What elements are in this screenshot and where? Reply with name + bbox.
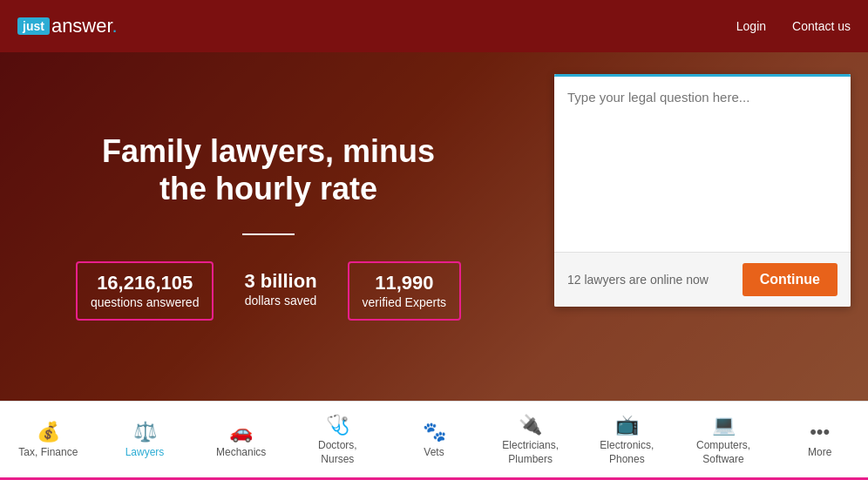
header: just answer. Login Contact us (0, 0, 868, 52)
hero-title: Family lawyers, minus the hourly rate (35, 132, 502, 207)
nav-icon-mechanics: 🚗 (229, 423, 253, 442)
nav-label-lawyers: Lawyers (125, 446, 165, 460)
stat-dollars: 3 billion dollars saved (231, 261, 329, 321)
hero-left: Family lawyers, minus the hourly rate 16… (0, 52, 537, 401)
header-links: Login Contact us (736, 19, 851, 33)
stat-questions: 16,216,105 questions answered (76, 261, 214, 321)
question-box: 12 lawyers are online now Continue (554, 74, 851, 307)
bottom-nav: 💰Tax, Finance⚖️Lawyers🚗Mechanics🩺Doctors… (0, 401, 868, 480)
nav-item-tax-finance[interactable]: 💰Tax, Finance (0, 402, 97, 480)
nav-icon-computers-software: 💻 (712, 416, 736, 435)
hero-section: Family lawyers, minus the hourly rate 16… (0, 52, 868, 401)
stats-container: 16,216,105 questions answered 3 billion … (35, 261, 502, 321)
nav-item-doctors-nurses[interactable]: 🩺Doctors,Nurses (289, 402, 386, 480)
hero-content: Family lawyers, minus the hourly rate 16… (0, 52, 868, 401)
question-footer: 12 lawyers are online now Continue (554, 252, 851, 307)
nav-label-mechanics: Mechanics (216, 446, 266, 460)
nav-label-electricians-plumbers: Electricians,Plumbers (502, 439, 559, 466)
continue-button[interactable]: Continue (743, 263, 837, 296)
nav-icon-electronics-phones: 📺 (615, 416, 639, 435)
nav-icon-doctors-nurses: 🩺 (326, 416, 349, 435)
nav-icon-more: ••• (810, 423, 830, 442)
nav-item-electronics-phones[interactable]: 📺Electronics,Phones (579, 402, 675, 480)
nav-icon-lawyers: ⚖️ (133, 423, 157, 442)
nav-icon-tax-finance: 💰 (37, 423, 60, 442)
hero-right: 12 lawyers are online now Continue (537, 52, 868, 401)
nav-item-computers-software[interactable]: 💻Computers,Software (675, 402, 772, 480)
nav-label-computers-software: Computers,Software (696, 439, 750, 466)
question-input[interactable] (554, 74, 851, 248)
nav-label-doctors-nurses: Doctors,Nurses (318, 439, 357, 466)
nav-item-lawyers[interactable]: ⚖️Lawyers (97, 402, 193, 480)
logo-just: just (17, 17, 50, 35)
stat-experts: 11,990 verified Experts (348, 261, 461, 321)
nav-label-electronics-phones: Electronics,Phones (600, 439, 654, 466)
nav-item-mechanics[interactable]: 🚗Mechanics (193, 402, 289, 480)
logo-answer: answer. (51, 15, 118, 37)
nav-item-more[interactable]: •••More (771, 402, 868, 480)
contact-link[interactable]: Contact us (792, 19, 851, 33)
lawyers-online-text: 12 lawyers are online now (567, 273, 709, 287)
nav-label-vets: Vets (424, 446, 444, 460)
login-link[interactable]: Login (736, 19, 766, 33)
nav-icon-vets: 🐾 (423, 423, 446, 442)
nav-icon-electricians-plumbers: 🔌 (519, 416, 542, 435)
logo: just answer. (17, 15, 118, 37)
nav-label-tax-finance: Tax, Finance (18, 446, 78, 460)
nav-item-vets[interactable]: 🐾Vets (386, 402, 483, 480)
nav-label-more: More (808, 446, 831, 460)
nav-item-electricians-plumbers[interactable]: 🔌Electricians,Plumbers (482, 402, 579, 480)
hero-divider (242, 233, 295, 235)
